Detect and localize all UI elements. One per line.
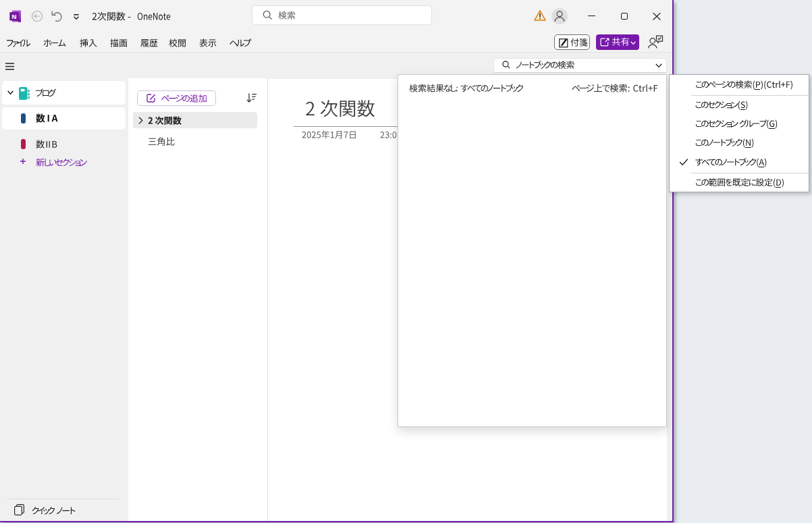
- svg-text:N: N: [11, 13, 16, 20]
